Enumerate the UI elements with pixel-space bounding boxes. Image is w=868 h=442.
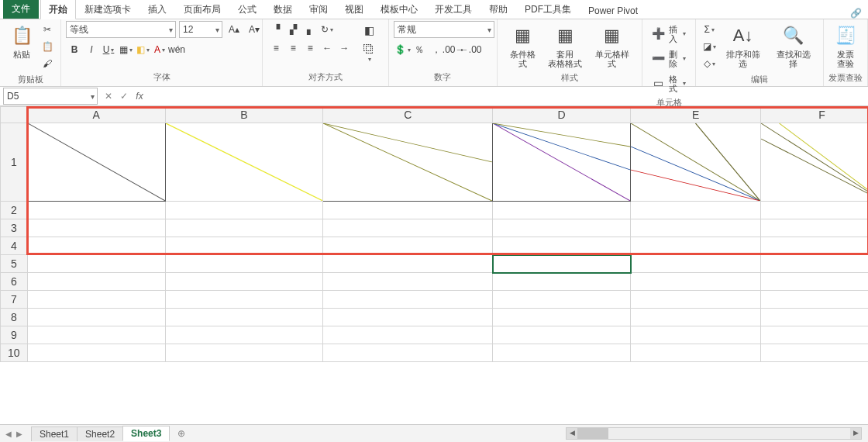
paste-button[interactable]: 📋 粘贴 [5, 21, 38, 61]
format-as-table-button[interactable]: ▦ 套用 表格格式 [544, 21, 586, 71]
row-header-8[interactable]: 8 [1, 309, 28, 326]
autosum-button[interactable]: Σ [701, 22, 717, 37]
tab-review[interactable]: 审阅 [301, 0, 336, 19]
col-header-F[interactable]: F [761, 107, 868, 123]
grow-font-button[interactable]: A▴ [226, 22, 242, 37]
tab-help[interactable]: 帮助 [480, 0, 516, 19]
row-header-6[interactable]: 6 [1, 273, 28, 291]
tab-templates[interactable]: 模板中心 [372, 0, 426, 19]
cell-A6[interactable] [27, 273, 165, 291]
tab-insert[interactable]: 插入 [140, 0, 175, 19]
row-header-1[interactable]: 1 [1, 123, 28, 202]
tab-newtab[interactable]: 新建选项卡 [76, 0, 140, 19]
cell-D4[interactable] [493, 237, 631, 255]
format-painter-button[interactable]: 🖌 [40, 56, 55, 71]
cell-D8[interactable] [493, 309, 631, 326]
number-format-select[interactable]: 常规 [394, 21, 494, 38]
tab-developer[interactable]: 开发工具 [426, 0, 480, 19]
cell-E8[interactable] [631, 309, 761, 326]
cell-D10[interactable] [493, 344, 631, 362]
cell-C5[interactable] [323, 255, 493, 273]
delete-cells-button[interactable]: ➖删除 [648, 46, 690, 71]
invoice-check-button[interactable]: 🧾 发票 查验 [829, 21, 862, 71]
font-name-select[interactable]: 等线 [66, 21, 176, 38]
cell-D9[interactable] [493, 326, 631, 344]
cell-A3[interactable] [27, 219, 165, 237]
sheet-nav-next[interactable]: ▶ [14, 430, 25, 438]
name-box[interactable]: D5 [3, 88, 98, 105]
cell-B7[interactable] [165, 291, 323, 309]
phonetic-button[interactable]: wén [169, 42, 184, 57]
cell-A5[interactable] [27, 255, 165, 273]
cell-E7[interactable] [631, 291, 761, 309]
align-left-button[interactable]: ≡ [268, 40, 284, 56]
sheet-tab-3[interactable]: Sheet3 [122, 426, 170, 441]
row-header-9[interactable]: 9 [1, 326, 28, 344]
row-header-4[interactable]: 4 [1, 237, 28, 255]
align-bottom-button[interactable]: ▖ [302, 22, 318, 37]
horizontal-scrollbar[interactable]: ◀ ▶ [566, 427, 862, 440]
tab-file[interactable]: 文件 [3, 0, 39, 19]
cell-C7[interactable] [323, 291, 493, 309]
col-header-B[interactable]: B [165, 107, 323, 123]
cell-E9[interactable] [631, 326, 761, 344]
row-header-10[interactable]: 10 [1, 344, 28, 362]
tab-powerpivot[interactable]: Power Pivot [580, 2, 646, 19]
cell-A2[interactable] [27, 202, 165, 219]
cell-styles-button[interactable]: ▦ 单元格样式 [587, 21, 636, 71]
cell-E1[interactable] [631, 123, 761, 202]
underline-button[interactable]: U [101, 42, 116, 57]
increase-indent-button[interactable]: → [336, 40, 352, 56]
tab-pagelayout[interactable]: 页面布局 [175, 0, 229, 19]
cell-D3[interactable] [493, 219, 631, 237]
fill-color-button[interactable]: ◧ [135, 42, 150, 57]
format-cells-button[interactable]: ▭格式 [648, 71, 690, 95]
font-size-select[interactable]: 12 [179, 21, 222, 38]
cell-F7[interactable] [761, 291, 868, 309]
add-sheet-button[interactable]: ⊕ [174, 428, 189, 439]
find-select-button[interactable]: 🔍 查找和选择 [769, 21, 818, 71]
wrap-text-button[interactable]: ◧ [358, 21, 380, 40]
align-middle-button[interactable]: ▞ [285, 22, 301, 37]
cell-C8[interactable] [323, 309, 493, 326]
cell-A4[interactable] [27, 237, 165, 255]
cell-E10[interactable] [631, 344, 761, 362]
cell-B5[interactable] [165, 255, 323, 273]
cell-D5[interactable] [493, 255, 631, 273]
align-right-button[interactable]: ≡ [302, 40, 318, 56]
copy-button[interactable]: 📋 [40, 39, 55, 54]
currency-button[interactable]: 💲 [394, 42, 410, 57]
italic-button[interactable]: I [84, 42, 99, 57]
cell-F9[interactable] [761, 326, 868, 344]
scroll-right-icon[interactable]: ▶ [850, 428, 861, 439]
cell-B1[interactable] [165, 123, 323, 202]
cell-B9[interactable] [165, 326, 323, 344]
cell-C4[interactable] [323, 237, 493, 255]
formula-cancel-icon[interactable]: ✕ [101, 91, 116, 102]
cut-button[interactable]: ✂ [40, 22, 55, 37]
sheet-tab-2[interactable]: Sheet2 [77, 426, 123, 441]
share-icon[interactable]: 🔗 [850, 8, 862, 19]
fill-button[interactable]: ◪ [701, 39, 717, 54]
cell-F1[interactable] [761, 123, 868, 202]
tab-view[interactable]: 视图 [336, 0, 372, 19]
insert-cells-button[interactable]: ➕插入 [648, 21, 690, 46]
sort-filter-button[interactable]: A↓ 排序和筛选 [718, 21, 767, 71]
clear-button[interactable]: ◇ [701, 56, 717, 71]
cell-E3[interactable] [631, 219, 761, 237]
cell-E6[interactable] [631, 273, 761, 291]
cell-E5[interactable] [631, 255, 761, 273]
cell-F8[interactable] [761, 309, 868, 326]
cell-C6[interactable] [323, 273, 493, 291]
fx-icon[interactable]: fx [132, 91, 147, 102]
sheet-nav-prev[interactable]: ◀ [3, 430, 14, 438]
cell-D1[interactable] [493, 123, 631, 202]
select-all-corner[interactable] [1, 107, 28, 123]
tab-pdf[interactable]: PDF工具集 [516, 0, 580, 19]
cell-D7[interactable] [493, 291, 631, 309]
cell-A1[interactable] [27, 123, 165, 202]
row-header-3[interactable]: 3 [1, 219, 28, 237]
cell-B4[interactable] [165, 237, 323, 255]
cell-E2[interactable] [631, 202, 761, 219]
tab-data[interactable]: 数据 [265, 0, 301, 19]
